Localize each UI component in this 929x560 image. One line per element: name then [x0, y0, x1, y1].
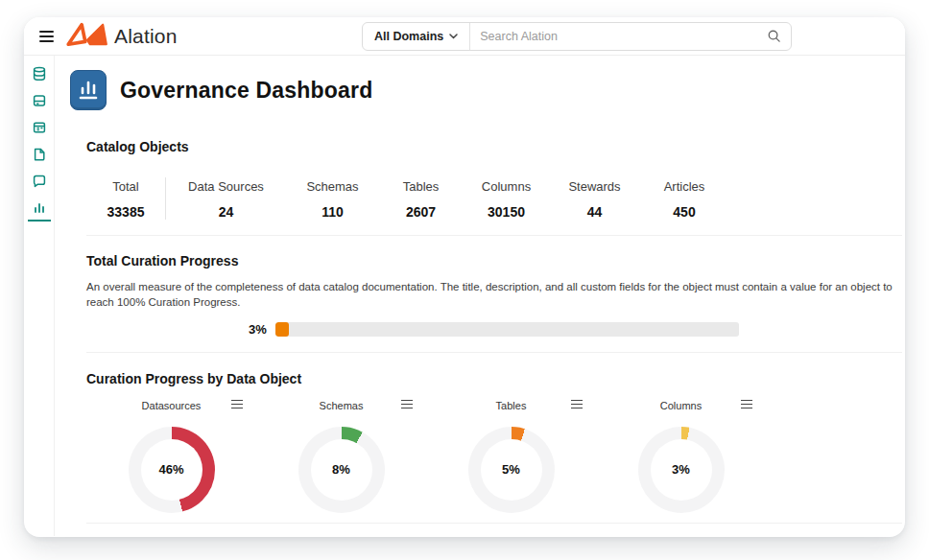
stat-total: Total 33385 [86, 177, 166, 220]
stat-articles: Articles 450 [639, 177, 729, 220]
data-source-icon [32, 93, 47, 108]
section-divider [86, 352, 902, 353]
stat-value: 44 [550, 204, 639, 220]
domain-filter-label: All Domains [374, 30, 443, 43]
domain-filter-dropdown[interactable]: All Domains [363, 23, 470, 50]
stat-tables: Tables 2607 [379, 177, 463, 220]
progress-fill [275, 322, 289, 337]
chart-title: Columns [660, 400, 702, 411]
donut-ring: 3% [638, 427, 725, 513]
hamburger-menu-icon[interactable] [34, 24, 59, 49]
curation-by-object-heading: Curation Progress by Data Object [86, 371, 899, 386]
stat-data-sources: Data Sources 24 [166, 177, 286, 220]
total-curation-progress-bar: 3% [249, 322, 899, 337]
main-content: Governance Dashboard Catalog Objects Tot… [55, 56, 905, 536]
stat-label: Stewards [550, 179, 639, 194]
donut-percent-label: 46% [158, 462, 183, 477]
sidebar-item-data-sources[interactable] [28, 63, 51, 83]
donut-ring: 46% [129, 427, 215, 513]
sidebar-item-dashboards[interactable] [28, 198, 51, 222]
stat-label: Columns [463, 179, 550, 194]
donut-ring: 5% [468, 427, 555, 513]
donut-charts-row: Datasources 46% Schemas [86, 398, 899, 513]
stat-value: 30150 [463, 204, 550, 220]
donut-hole: 8% [311, 439, 372, 501]
donut-chart-columns: Columns 3% [596, 398, 766, 513]
stat-schemas: Schemas 110 [286, 177, 379, 220]
chart-context-menu-icon[interactable] [399, 398, 415, 411]
conversation-icon [32, 174, 47, 189]
table-icon [32, 120, 47, 135]
chart-title: Tables [496, 400, 527, 411]
search-input[interactable] [470, 23, 757, 50]
left-sidebar [24, 56, 55, 536]
progress-track [275, 322, 739, 337]
donut-percent-label: 5% [502, 462, 520, 477]
search-icon[interactable] [757, 23, 791, 50]
total-curation-description: An overall measure of the completeness o… [86, 280, 899, 311]
page-title: Governance Dashboard [120, 78, 372, 104]
donut-chart-tables: Tables 5% [426, 398, 596, 513]
sidebar-item-tables[interactable] [28, 117, 51, 137]
catalog-objects-stats: Total 33385 Data Sources 24 Schemas 110 … [86, 177, 899, 220]
alation-logo[interactable]: Alation [66, 21, 178, 52]
sidebar-item-data-store[interactable] [28, 90, 51, 110]
stat-value: 450 [639, 204, 729, 220]
stat-label: Schemas [286, 179, 379, 194]
chart-context-menu-icon[interactable] [229, 398, 245, 411]
stat-value: 110 [286, 204, 379, 220]
stat-value: 33385 [86, 204, 165, 220]
donut-ring: 8% [298, 427, 385, 513]
stat-columns: Columns 30150 [463, 177, 550, 220]
donut-hole: 46% [141, 439, 202, 501]
stat-label: Data Sources [166, 179, 286, 194]
donut-hole: 3% [651, 439, 712, 501]
sidebar-item-documents[interactable] [28, 144, 51, 164]
donut-chart-datasources: Datasources 46% [86, 398, 256, 513]
chart-title: Datasources [142, 400, 202, 411]
top-navigation-bar: Alation All Domains [24, 17, 905, 56]
chevron-down-icon [449, 34, 458, 39]
alation-logo-mark-icon [66, 21, 108, 52]
app-window: Alation All Domains [24, 17, 905, 537]
stat-label: Articles [639, 179, 729, 194]
section-divider [86, 235, 902, 236]
total-curation-heading: Total Curation Progress [86, 253, 899, 268]
stat-value: 2607 [379, 204, 463, 220]
document-icon [32, 147, 47, 162]
page-header: Governance Dashboard [70, 70, 899, 110]
stat-value: 24 [166, 204, 286, 220]
stat-label: Tables [379, 179, 463, 194]
chart-title: Schemas [320, 400, 364, 411]
donut-chart-schemas: Schemas 8% [256, 398, 426, 513]
dashboard-page-icon [70, 70, 107, 110]
stat-label: Total [86, 179, 165, 194]
database-icon [32, 66, 47, 82]
donut-percent-label: 3% [672, 462, 690, 477]
progress-percent-label: 3% [249, 322, 267, 337]
catalog-objects-heading: Catalog Objects [86, 139, 899, 154]
sidebar-item-conversations[interactable] [28, 171, 51, 191]
brand-name: Alation [114, 25, 178, 48]
chart-context-menu-icon[interactable] [739, 398, 754, 411]
global-search: All Domains [362, 22, 792, 51]
donut-hole: 5% [481, 439, 542, 501]
stat-stewards: Stewards 44 [550, 177, 639, 220]
section-divider [86, 523, 902, 524]
bar-chart-icon [32, 201, 47, 215]
chart-context-menu-icon[interactable] [569, 398, 584, 411]
donut-percent-label: 8% [332, 462, 350, 477]
